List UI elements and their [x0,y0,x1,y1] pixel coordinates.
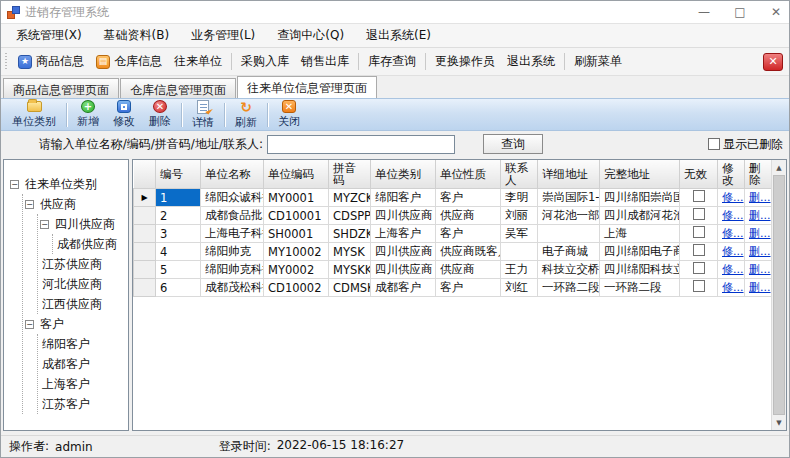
toolbar-refresh-menu[interactable]: 刷新菜单 [568,50,628,73]
scrollbar-thumb[interactable] [773,175,785,415]
tree-item-label[interactable]: 河北供应商 [40,276,104,293]
edit-button[interactable]: 修改 [106,99,142,130]
tree-item-label[interactable]: 江苏客户 [40,396,92,413]
cell-contact[interactable]: 李明 [501,189,538,207]
toolbar-partner-units[interactable]: 往来单位 [168,50,228,73]
toolbar-exit-system[interactable]: 退出系统 [501,50,561,73]
invalid-checkbox[interactable] [693,190,705,202]
query-button[interactable]: 查询 [483,134,543,154]
column-header[interactable]: 单位性质 [436,160,501,189]
column-header[interactable]: 单位类别 [371,160,436,189]
table-row[interactable]: 3上海电子科技SH0001SHDZKJ上海客户客户吴军上海修...删... [134,225,772,243]
tree-expander-icon[interactable]: − [10,180,19,189]
toolbar-sales-out[interactable]: 销售出库 [295,50,355,73]
cell-no[interactable]: 2 [156,207,201,225]
toolbar-product-info[interactable]: ★ 商品信息 [12,50,90,73]
invalid-checkbox[interactable] [693,262,705,274]
tree-item[interactable]: 绵阳客户 [40,334,126,354]
invalid-checkbox[interactable] [693,244,705,256]
column-header[interactable]: 详细地址 [538,160,600,189]
cell-pinyin[interactable]: MYSK [329,243,371,261]
tree-item-label[interactable]: 江西供应商 [40,296,104,313]
tree-item-label[interactable]: 上海客户 [40,376,92,393]
tree-item[interactable]: −往来单位类别 [10,174,126,194]
edit-link[interactable]: 修... [722,263,744,276]
cell-pinyin[interactable]: MYSKKJ [329,261,371,279]
menu-system[interactable]: 系统管理(X) [5,24,93,47]
edit-link[interactable]: 修... [722,245,744,258]
cell-category[interactable]: 绵阳客户 [371,189,436,207]
edit-link[interactable]: 修... [722,281,744,294]
tree-item[interactable]: 成都供应商 [55,234,126,254]
edit-link[interactable]: 修... [722,191,744,204]
edit-link[interactable]: 修... [722,209,744,222]
invalid-checkbox[interactable] [693,208,705,220]
cell-pinyin[interactable]: MYZCKJ [329,189,371,207]
cell-nature[interactable]: 客户 [436,225,501,243]
tree-item-label[interactable]: 客户 [38,316,66,333]
unit-category-button[interactable]: 单位类别 [5,99,63,130]
cell-name[interactable]: 绵阳众诚科技 [201,189,264,207]
cell-category[interactable]: 四川供应商 [371,243,436,261]
cell-name[interactable]: 绵阳帅克 [201,243,264,261]
cell-category[interactable]: 四川供应商 [371,207,436,225]
cell-address[interactable]: 崇尚国际1-15-8 [538,189,600,207]
cell-full_address[interactable]: 四川绵阳电子商城 [600,243,680,261]
delete-link[interactable]: 删... [749,263,771,276]
scroll-down-icon[interactable]: ▼ [772,415,786,430]
cell-code[interactable]: SH0001 [264,225,329,243]
cell-category[interactable]: 四川供应商 [371,261,436,279]
cell-no[interactable]: 6 [156,279,201,297]
cell-contact[interactable]: 王力 [501,261,538,279]
toolbar-switch-operator[interactable]: 更换操作员 [429,50,501,73]
tree-expander-icon[interactable]: − [40,220,49,229]
column-header[interactable]: 单位名称 [201,160,264,189]
tree-expander-icon[interactable]: − [25,200,34,209]
menu-business[interactable]: 业务管理(L) [180,24,266,47]
delete-link[interactable]: 删... [749,209,771,222]
tree-item[interactable]: 成都客户 [40,354,126,374]
cell-no[interactable]: 1 [156,189,201,207]
cell-no[interactable]: 5 [156,261,201,279]
cell-category[interactable]: 成都客户 [371,279,436,297]
cell-category[interactable]: 上海客户 [371,225,436,243]
cell-contact[interactable] [501,243,538,261]
cell-full_address[interactable]: 一环路二段 [600,279,680,297]
tree-item-label[interactable]: 成都客户 [40,356,92,373]
tree-item[interactable]: 河北供应商 [40,274,126,294]
delete-link[interactable]: 删... [749,191,771,204]
delete-link[interactable]: 删... [749,245,771,258]
cell-contact[interactable]: 刘红 [501,279,538,297]
tree-item[interactable]: −客户 [25,314,126,334]
column-header[interactable]: 修改 [718,160,745,189]
tree-item[interactable]: 江苏供应商 [40,254,126,274]
cell-code[interactable]: MY0002 [264,261,329,279]
vertical-scrollbar[interactable]: ▲ ▼ [771,160,786,430]
close-page-button[interactable]: ✕ 关闭 [271,99,307,130]
cell-full_address[interactable]: 四川成都河花池一部 [600,207,680,225]
tree-item-label[interactable]: 往来单位类别 [23,176,99,193]
tree-item[interactable]: 上海客户 [40,374,126,394]
scroll-up-icon[interactable]: ▲ [772,160,786,175]
edit-link[interactable]: 修... [722,227,744,240]
tab-warehouse-page[interactable]: 仓库信息管理页面 [120,78,236,98]
column-header[interactable]: 拼音码 [329,160,371,189]
cell-code[interactable]: CD10002 [264,279,329,297]
cell-nature[interactable]: 供应商既客户 [436,243,501,261]
cell-nature[interactable]: 客户 [436,279,501,297]
tree-item-label[interactable]: 供应商 [38,196,78,213]
tree-item-label[interactable]: 四川供应商 [53,216,117,233]
toolbar-purchase-in[interactable]: 采购入库 [235,50,295,73]
cell-no[interactable]: 4 [156,243,201,261]
table-row[interactable]: 6成都茂松科技CD10002CDMSKJ成都客户客户刘红一环路二段一环路二段修.… [134,279,772,297]
tree-item[interactable]: −四川供应商 [40,214,126,234]
menu-base-data[interactable]: 基础资料(B) [93,24,181,47]
row-selector[interactable] [134,261,156,279]
table-row[interactable]: ▶1绵阳众诚科技MY0001MYZCKJ绵阳客户客户李明崇尚国际1-15-8四川… [134,189,772,207]
tree-item-label[interactable]: 江苏供应商 [40,256,104,273]
column-header[interactable]: 单位编码 [264,160,329,189]
delete-button[interactable]: ✕ 删除 [142,99,178,130]
minimize-icon[interactable]: — [697,5,711,19]
menu-query-center[interactable]: 查询中心(Q) [266,24,355,47]
menu-exit[interactable]: 退出系统(E) [355,24,442,47]
